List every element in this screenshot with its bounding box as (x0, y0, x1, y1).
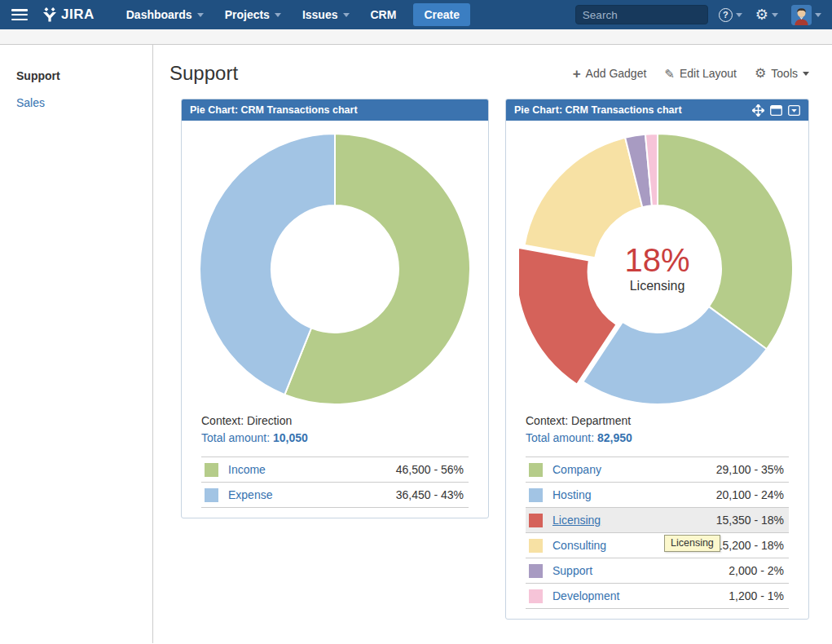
sidebar-item-sales[interactable]: Sales (16, 96, 152, 109)
chart-context: Context: Department (526, 412, 789, 430)
chevron-down-icon (736, 13, 742, 17)
jira-logo-icon (42, 7, 57, 22)
gadget-title: Pie Chart: CRM Transactions chart (514, 104, 682, 116)
settings-menu[interactable]: ⚙ (753, 7, 781, 22)
gadget-title: Pie Chart: CRM Transactions chart (190, 104, 358, 116)
legend-value: 2,000 - 2% (729, 564, 784, 577)
legend-label[interactable]: Income (228, 463, 266, 476)
nav-item-issues[interactable]: Issues (292, 0, 360, 29)
legend-row[interactable]: Support2,000 - 2% (526, 558, 789, 583)
legend-swatch (529, 539, 543, 553)
legend-label[interactable]: Hosting (552, 488, 591, 501)
legend-label[interactable]: Expense (228, 488, 272, 501)
legend-row[interactable]: Licensing15,350 - 18% (526, 507, 789, 532)
licensing-tooltip: Licensing (664, 535, 720, 552)
legend-row[interactable]: Company29,100 - 35% (526, 457, 789, 482)
legend-value: 1,200 - 1% (729, 589, 784, 602)
edit-layout-button[interactable]: ✎ Edit Layout (664, 67, 737, 80)
pie-slice-consulting[interactable] (524, 138, 642, 258)
jira-logo[interactable]: JIRA (42, 7, 95, 23)
search-input[interactable] (583, 9, 727, 21)
legend-swatch (529, 514, 543, 527)
tools-button[interactable]: ⚙ Tools (755, 67, 809, 80)
help-menu[interactable]: ? (716, 8, 745, 22)
gadget-pie-chart-1: Pie Chart: CRM Transactions chart Contex… (181, 99, 489, 518)
legend-value: 46,500 - 56% (396, 463, 464, 476)
chevron-down-icon (772, 13, 778, 17)
legend-row[interactable]: Consulting15,200 - 18% (526, 532, 789, 558)
chevron-down-icon (815, 13, 821, 17)
gadget-header[interactable]: Pie Chart: CRM Transactions chart (506, 99, 808, 121)
legend-label[interactable]: Company (552, 463, 601, 476)
pencil-icon: ✎ (664, 68, 675, 80)
donut-chart-direction[interactable] (196, 129, 473, 409)
chevron-down-icon (197, 13, 204, 17)
help-icon: ? (719, 8, 733, 22)
pie-slice-company[interactable] (658, 134, 793, 349)
legend-value: 20,100 - 24% (716, 488, 784, 501)
brand-text: JIRA (61, 7, 95, 23)
donut-chart-department[interactable]: 18% Licensing (519, 129, 796, 409)
legend-swatch (529, 564, 543, 578)
add-gadget-button[interactable]: + Add Gadget (573, 67, 647, 81)
legend-row[interactable]: Development1,200 - 1% (526, 583, 789, 608)
search-box[interactable] (575, 5, 708, 24)
header-band (0, 29, 832, 45)
gear-icon: ⚙ (755, 7, 768, 22)
chart-legend: Company29,100 - 35%Hosting20,100 - 24%Li… (526, 457, 789, 609)
avatar (791, 5, 812, 25)
plus-icon: + (573, 67, 581, 81)
legend-value: 36,450 - 43% (396, 488, 464, 501)
chart-context: Context: Direction (201, 412, 469, 430)
chevron-down-icon (803, 72, 809, 76)
chevron-down-icon (343, 13, 350, 17)
legend-row[interactable]: Expense36,450 - 43% (201, 482, 469, 507)
legend-swatch (529, 589, 543, 603)
legend-swatch (205, 463, 218, 477)
legend-label[interactable]: Development (552, 589, 620, 602)
page-title: Support (169, 62, 238, 85)
legend-label[interactable]: Support (552, 564, 592, 577)
chevron-down-icon (275, 13, 281, 17)
legend-swatch (205, 488, 218, 502)
legend-row[interactable]: Income46,500 - 56% (201, 457, 469, 482)
legend-swatch (529, 463, 543, 477)
legend-swatch (529, 488, 543, 502)
gadget-pie-chart-2: Pie Chart: CRM Transactions chart (505, 99, 809, 620)
create-button[interactable]: Create (413, 3, 470, 26)
chart-total: Total amount: 10,050 (201, 430, 469, 447)
top-navigation: JIRA Dashboards Projects Issues CRM Crea… (0, 0, 832, 29)
user-menu[interactable] (789, 5, 824, 25)
chart-total: Total amount: 82,950 (526, 430, 789, 447)
gear-icon: ⚙ (755, 67, 766, 80)
gadget-header[interactable]: Pie Chart: CRM Transactions chart (182, 99, 488, 121)
move-gadget-icon[interactable] (752, 104, 764, 117)
legend-value: 15,200 - 18% (716, 539, 784, 552)
nav-item-crm[interactable]: CRM (360, 0, 407, 29)
sidebar-item-support[interactable]: Support (16, 69, 152, 82)
maximize-gadget-icon[interactable] (770, 105, 782, 116)
legend-value: 29,100 - 35% (716, 463, 784, 476)
nav-item-projects[interactable]: Projects (214, 0, 292, 29)
dashboard-sidebar: Support Sales (0, 45, 153, 643)
chart-legend: Income46,500 - 56%Expense36,450 - 43% (201, 457, 469, 508)
app-switcher-icon[interactable] (11, 9, 28, 20)
legend-label[interactable]: Consulting (552, 539, 606, 552)
nav-item-dashboards[interactable]: Dashboards (116, 0, 214, 29)
legend-value: 15,350 - 18% (716, 514, 784, 527)
legend-row[interactable]: Hosting20,100 - 24% (526, 482, 789, 507)
legend-label[interactable]: Licensing (552, 514, 601, 527)
gadget-menu-icon[interactable] (788, 105, 800, 116)
